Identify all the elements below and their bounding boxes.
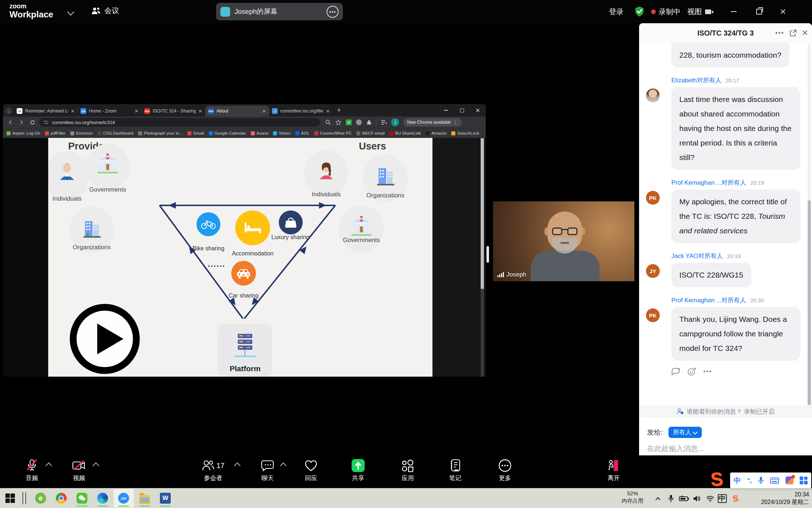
tray-mic-icon[interactable] — [666, 493, 676, 504]
tray-wifi-icon[interactable] — [705, 493, 716, 504]
taskbar-wechat[interactable] — [72, 489, 92, 507]
chat-button[interactable]: 聊天 — [250, 458, 285, 482]
more-button[interactable]: 更多 — [488, 458, 522, 482]
bookmark-item[interactable]: Photograph your lo... — [138, 131, 183, 135]
pop-out-icon[interactable] — [790, 29, 797, 37]
bookmark-item[interactable]: BU ShareLink — [389, 131, 421, 135]
share-button[interactable]: 共享 — [341, 458, 376, 482]
message-sender[interactable]: Jack YAO — [671, 253, 698, 259]
security-shield-icon[interactable] — [634, 0, 645, 23]
bookmark-item[interactable]: Vimeo — [273, 131, 290, 135]
back-icon[interactable] — [7, 118, 14, 126]
participants-button[interactable]: 17 参会者 — [191, 458, 235, 482]
tray-ime-indicator[interactable]: 中 — [717, 493, 728, 504]
browser-tab[interactable]: zm Home - Zoom ✕ — [78, 106, 141, 116]
recording-indicator[interactable]: 录制中 — [651, 0, 680, 23]
tab-search-chevron-icon[interactable]: ⌄ — [5, 107, 12, 115]
new-tab-button[interactable]: + — [334, 106, 344, 115]
panel-resize-handle[interactable] — [486, 246, 489, 263]
browser-close-button[interactable]: ✕ — [470, 104, 486, 116]
message-sender[interactable]: Prof Kernaghan ... — [671, 179, 721, 186]
ime-toolbox-icon[interactable] — [800, 476, 808, 484]
window-minimize-button[interactable] — [726, 5, 742, 18]
bookmark-item[interactable]: Asana — [251, 131, 269, 135]
browser-tab[interactable]: ISO About ✕ — [205, 106, 269, 116]
taskbar-file-explorer[interactable] — [134, 489, 155, 507]
message-sender[interactable]: Elizabeth — [671, 77, 697, 84]
tray-expand-chevron[interactable] — [652, 493, 663, 504]
participants-options-chevron[interactable] — [234, 462, 240, 469]
bookmark-item[interactable]: Emerson — [70, 131, 93, 135]
chrome-update-pill[interactable]: New Chrome available ⋮ — [403, 118, 462, 127]
zoom-page-icon[interactable] — [325, 119, 331, 125]
ime-skin-icon[interactable] — [786, 476, 794, 484]
bookmark-item[interactable]: SearchLock — [451, 131, 479, 135]
address-bar[interactable]: committee.iso.org/home/tc324 — [39, 118, 320, 127]
bookmark-item[interactable]: NECF email — [356, 131, 385, 135]
send-to-selector[interactable]: 所有人 — [668, 427, 702, 438]
video-button[interactable]: 视频 — [62, 458, 96, 482]
tab-close-icon[interactable]: ✕ — [326, 108, 330, 114]
site-info-icon[interactable] — [44, 120, 49, 125]
bookmark-item[interactable]: pdfFiller — [45, 131, 66, 135]
profile-avatar[interactable]: J — [391, 118, 399, 126]
leave-button[interactable]: 离开 — [596, 458, 631, 482]
reactions-button[interactable]: 回应 — [294, 458, 328, 482]
browser-menu-icon[interactable]: ⋮ — [453, 120, 458, 125]
taskbar-360-browser[interactable]: e — [30, 489, 51, 507]
browser-restore-button[interactable] — [454, 104, 470, 116]
chat-close-icon[interactable]: ✕ — [802, 28, 808, 38]
browser-tab[interactable]: J committee.iso.org/files/live/site ✕ — [269, 106, 333, 116]
tray-battery-icon[interactable] — [679, 493, 689, 504]
memory-usage-widget[interactable]: 52% 内存占用 — [616, 490, 650, 504]
chat-more-icon[interactable]: ••• — [775, 29, 784, 37]
extension-avatar-icon[interactable] — [356, 119, 362, 125]
chat-message[interactable]: PK Prof Kernaghan ...对所有人 20:19 My apolo… — [639, 179, 812, 243]
bookmark-item[interactable]: Aspen: Log On — [7, 131, 40, 135]
browser-tab[interactable]: M Reminder: Admired Leadership ✕ — [14, 106, 78, 116]
start-button[interactable] — [5, 493, 15, 503]
tab-close-icon[interactable]: ✕ — [134, 108, 138, 114]
meeting-tab[interactable]: 会议 — [91, 6, 119, 16]
chat-message-list[interactable]: 228, tourism accommodation? Elizabeth对所有… — [639, 43, 812, 405]
tray-volume-icon[interactable] — [692, 493, 703, 504]
chat-message[interactable]: JY Jack YAO对所有人 20:19 ISO/TC 228/WG15 — [639, 252, 812, 287]
forward-icon[interactable] — [17, 118, 25, 126]
browser-tab[interactable]: ISO ISO/TC 324 - Sharing economy ✕ — [141, 106, 205, 116]
taskbar-clock[interactable]: 20:34 2024/10/29 星期二 — [761, 491, 809, 506]
bookmark-item[interactable]: Amazon — [426, 131, 447, 135]
chat-scrollbar-thumb[interactable] — [808, 200, 811, 405]
chat-input[interactable]: 在此处输入消息... — [647, 444, 804, 454]
bookmark-item[interactable]: CSS Dashboard — [98, 131, 133, 135]
notes-button[interactable]: 笔记 — [438, 458, 473, 482]
message-sender[interactable]: Prof Kernaghan ... — [671, 297, 721, 304]
chat-message[interactable]: Elizabeth对所有人 20:17 Last time there was … — [639, 76, 812, 170]
chat-message[interactable]: 228, tourism accommodation? — [639, 43, 812, 67]
reply-icon[interactable] — [671, 368, 681, 376]
chat-scrollbar[interactable] — [808, 44, 811, 405]
url-text[interactable]: committee.iso.org/home/tc324 — [52, 120, 115, 125]
taskbar-chrome[interactable] — [51, 489, 71, 507]
bookmark-item[interactable]: Google Calendar — [209, 131, 246, 135]
page-scrollbar-thumb[interactable] — [481, 138, 484, 289]
participant-video-tile[interactable]: Joseph — [493, 201, 634, 281]
play-button-overlay[interactable] — [69, 303, 141, 375]
extensions-puzzle-icon[interactable] — [366, 119, 372, 125]
chevron-down-icon[interactable] — [67, 8, 74, 16]
bookmark-item[interactable]: AOL — [295, 131, 310, 135]
tab-close-icon[interactable]: ✕ — [262, 108, 266, 114]
ime-toolbar[interactable]: 中 °, — [730, 472, 811, 488]
chat-message[interactable]: PK Prof Kernaghan ...对所有人 20:30 Thank yo… — [639, 296, 812, 361]
ime-mode-chinese[interactable]: 中 — [734, 476, 741, 486]
extension-check-icon[interactable] — [346, 119, 352, 125]
ime-voice-icon[interactable] — [758, 476, 764, 484]
page-scrollbar[interactable] — [481, 138, 484, 377]
tray-sogou-icon[interactable]: S — [730, 493, 741, 504]
bookmark-item[interactable]: ConnectWise PC — [314, 131, 352, 135]
ime-keyboard-icon[interactable] — [770, 478, 779, 484]
taskbar-edge[interactable] — [92, 489, 113, 507]
tab-close-icon[interactable]: ✕ — [71, 108, 75, 114]
apps-button[interactable]: 应用 — [390, 458, 425, 482]
login-button[interactable]: 登录 — [609, 0, 624, 23]
message-more-icon[interactable]: ••• — [703, 368, 712, 376]
